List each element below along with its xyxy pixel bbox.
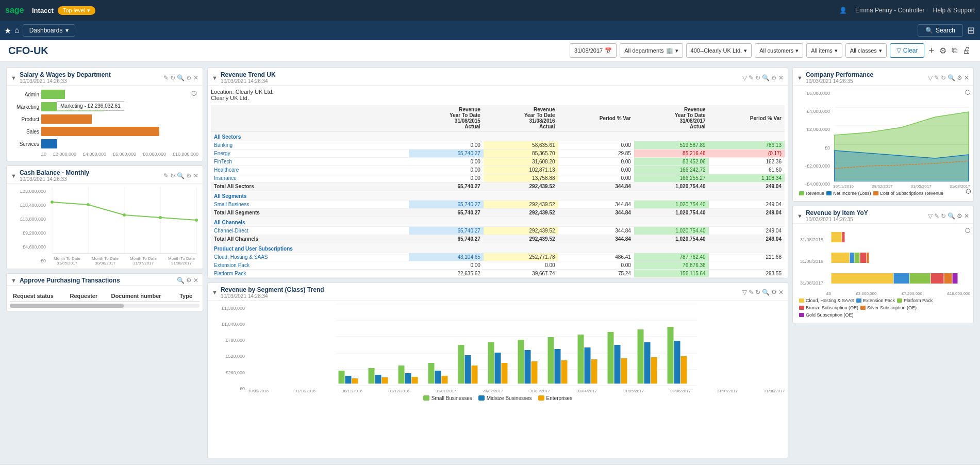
- export-icon[interactable]: ⬡: [965, 89, 970, 96]
- dept-filter[interactable]: All departments 🏢 ▾: [620, 43, 683, 58]
- products-link[interactable]: Product and User Subscriptions: [214, 246, 293, 252]
- segments-header-row: All Segments: [211, 191, 785, 201]
- settings-icon[interactable]: ⚙: [957, 212, 962, 220]
- cloud-hosting-link[interactable]: Cloud, Hosting & SAAS: [214, 254, 268, 260]
- delete-icon[interactable]: ✕: [193, 277, 198, 284]
- settings-icon[interactable]: ⚙: [957, 74, 962, 81]
- insurance-link[interactable]: Insurance: [214, 175, 237, 181]
- add-widget-button[interactable]: +: [927, 44, 935, 57]
- filter-icon[interactable]: ▽: [928, 74, 933, 81]
- chevron-down-icon: ▾: [744, 47, 747, 54]
- revenue-toggle[interactable]: ▼: [212, 75, 218, 81]
- settings-button[interactable]: ⚙: [938, 45, 948, 57]
- date-filter[interactable]: 31/08/2017 📅: [570, 43, 617, 58]
- sy-5: £260,000: [212, 370, 245, 375]
- healthcare-v1: 0.00: [409, 166, 484, 174]
- insurance-pv2: 1,108.34: [709, 174, 785, 182]
- search-icon[interactable]: 🔍: [948, 74, 955, 81]
- delete-icon[interactable]: ✕: [778, 74, 784, 81]
- dashboards-menu[interactable]: Dashboards ▾: [23, 24, 76, 37]
- help-link[interactable]: Help & Support: [933, 7, 975, 14]
- settings-icon[interactable]: ⚙: [771, 74, 777, 81]
- py-6: -£4,000,000: [797, 181, 830, 187]
- print-button[interactable]: 🖨: [961, 45, 972, 56]
- search-icon[interactable]: 🔍: [762, 74, 770, 81]
- settings-icon[interactable]: ⚙: [771, 289, 777, 296]
- search-icon[interactable]: 🔍: [177, 172, 185, 179]
- home-icon[interactable]: ⌂: [14, 26, 20, 35]
- total-products-v3: 1,020,754.40: [634, 278, 709, 278]
- filter-icon[interactable]: ▽: [742, 74, 747, 81]
- svg-rect-31: [465, 355, 471, 384]
- user-name[interactable]: Emma Penny - Controller: [855, 7, 925, 14]
- total-products-row: Total Product and User Subscriptions 65,…: [211, 278, 785, 278]
- iy-2: 31/08/2016: [797, 259, 823, 264]
- favorites-icon[interactable]: ★: [4, 26, 11, 36]
- chevron-down-icon: ▾: [835, 47, 838, 54]
- sectors-link[interactable]: All Sectors: [214, 134, 241, 140]
- perf-toggle[interactable]: ▼: [797, 75, 803, 81]
- svg-rect-40: [555, 349, 561, 384]
- edit-icon[interactable]: ✎: [749, 289, 754, 296]
- channels-link[interactable]: All Channels: [214, 220, 245, 225]
- horizontal-scrollbar[interactable]: [10, 304, 200, 308]
- segment-widget-header: ▼ Revenue by Segment (Class) Trend 10/03…: [208, 283, 788, 301]
- nav-extra-button[interactable]: ⊞: [966, 24, 976, 37]
- search-icon[interactable]: 🔍: [177, 74, 185, 81]
- platform-pack-link[interactable]: Platform Pack: [214, 271, 246, 276]
- delete-icon[interactable]: ✕: [193, 74, 198, 81]
- edit-icon[interactable]: ✎: [749, 74, 754, 81]
- copy-button[interactable]: ⧉: [951, 45, 958, 56]
- refresh-icon[interactable]: ↻: [170, 74, 175, 81]
- legend-silver-sub: Silver Subscription (OE): [860, 305, 917, 310]
- segment-toggle[interactable]: ▼: [212, 289, 218, 295]
- energy-v1: 65,740.27: [409, 150, 484, 158]
- search-icon[interactable]: 🔍: [762, 289, 770, 296]
- salary-toggle[interactable]: ▼: [11, 75, 16, 81]
- delete-icon[interactable]: ✕: [964, 74, 969, 81]
- banking-link[interactable]: Banking: [214, 142, 232, 148]
- refresh-icon[interactable]: ↻: [755, 289, 760, 296]
- clear-button[interactable]: ▽ Clear: [890, 43, 925, 58]
- export-icon[interactable]: ⬡: [965, 227, 970, 234]
- company-filter[interactable]: 400--Clearly UK Ltd. ▾: [686, 43, 752, 58]
- bronze-sub-label: Bronze Subscription (OE): [806, 305, 858, 310]
- silver-sub-color: [860, 306, 866, 310]
- refresh-icon[interactable]: ↻: [941, 212, 946, 220]
- cash-toggle[interactable]: ▼: [11, 173, 16, 179]
- approve-toggle[interactable]: ▼: [11, 277, 16, 284]
- settings-icon[interactable]: ⚙: [186, 74, 192, 81]
- top-level-badge[interactable]: Top level ▾: [58, 6, 95, 15]
- delete-icon[interactable]: ✕: [193, 172, 198, 179]
- refresh-icon[interactable]: ↻: [755, 74, 760, 81]
- edit-icon[interactable]: ✎: [934, 74, 939, 81]
- search-icon[interactable]: 🔍: [177, 277, 185, 284]
- refresh-icon[interactable]: ↻: [941, 74, 946, 81]
- edit-icon[interactable]: ✎: [163, 74, 169, 81]
- edit-icon[interactable]: ✎: [163, 172, 169, 179]
- energy-link[interactable]: Energy: [214, 151, 230, 156]
- items-filter[interactable]: All items ▾: [806, 43, 842, 58]
- segments-link[interactable]: All Segments: [214, 193, 246, 199]
- refresh-icon[interactable]: ↻: [170, 172, 175, 179]
- customer-filter[interactable]: All customers ▾: [755, 43, 803, 58]
- small-biz-link[interactable]: Small Business: [214, 202, 249, 207]
- search-icon[interactable]: 🔍: [948, 212, 955, 220]
- search-button[interactable]: 🔍 Search: [918, 24, 963, 37]
- channel-direct-link[interactable]: Channel-Direct: [214, 228, 248, 234]
- fintech-link[interactable]: FinTech: [214, 159, 232, 164]
- filter-icon[interactable]: ▽: [928, 212, 933, 220]
- item-toggle[interactable]: ▼: [797, 213, 803, 219]
- healthcare-link[interactable]: Healthcare: [214, 167, 239, 173]
- banking-v1: 0.00: [409, 141, 484, 150]
- classes-filter[interactable]: All classes ▾: [845, 43, 887, 58]
- settings-icon[interactable]: ⚙: [186, 172, 192, 179]
- filter-icon[interactable]: ▽: [742, 289, 747, 296]
- revenue-actions: ▽ ✎ ↻ 🔍 ⚙ ✕: [742, 74, 784, 81]
- settings-icon[interactable]: ⚙: [186, 277, 192, 284]
- delete-icon[interactable]: ✕: [778, 289, 784, 296]
- legend-bronze-sub: Bronze Subscription (OE): [799, 305, 858, 310]
- edit-icon[interactable]: ✎: [934, 212, 939, 220]
- delete-icon[interactable]: ✕: [964, 212, 969, 220]
- extension-pack-link[interactable]: Extension Pack: [214, 262, 250, 268]
